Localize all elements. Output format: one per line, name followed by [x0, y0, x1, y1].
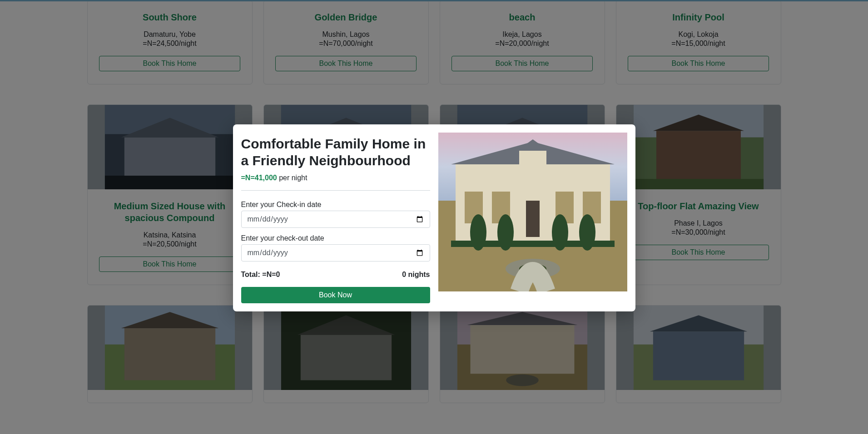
- booking-modal-form: Comfortable Family Home in a Friendly Ne…: [241, 133, 430, 303]
- svg-rect-30: [519, 151, 546, 173]
- total-nights: 0 nights: [402, 271, 430, 279]
- total-price: Total: =N=0: [241, 271, 280, 279]
- checkin-label: Enter your Check-in date: [241, 201, 430, 209]
- modal-totals: Total: =N=0 0 nights: [241, 271, 430, 279]
- svg-point-43: [579, 214, 595, 251]
- booking-modal-overlay[interactable]: Comfortable Family Home in a Friendly Ne…: [0, 0, 868, 403]
- modal-title: Comfortable Family Home in a Friendly Ne…: [241, 135, 430, 169]
- svg-point-40: [470, 214, 486, 251]
- checkout-input[interactable]: [241, 244, 430, 261]
- svg-rect-36: [526, 201, 540, 237]
- modal-price-amount: =N=41,000: [241, 174, 277, 182]
- modal-price: =N=41,000 per night: [241, 174, 430, 191]
- booking-modal-image-wrap: [438, 133, 627, 303]
- svg-point-42: [552, 214, 568, 251]
- checkin-input[interactable]: [241, 211, 430, 228]
- modal-price-per: per night: [277, 174, 308, 182]
- checkout-label: Enter your check-out date: [241, 234, 430, 242]
- svg-point-41: [497, 214, 514, 251]
- book-now-button[interactable]: Book Now: [241, 287, 430, 303]
- booking-modal: Comfortable Family Home in a Friendly Ne…: [233, 124, 635, 311]
- booking-modal-image: [438, 133, 627, 291]
